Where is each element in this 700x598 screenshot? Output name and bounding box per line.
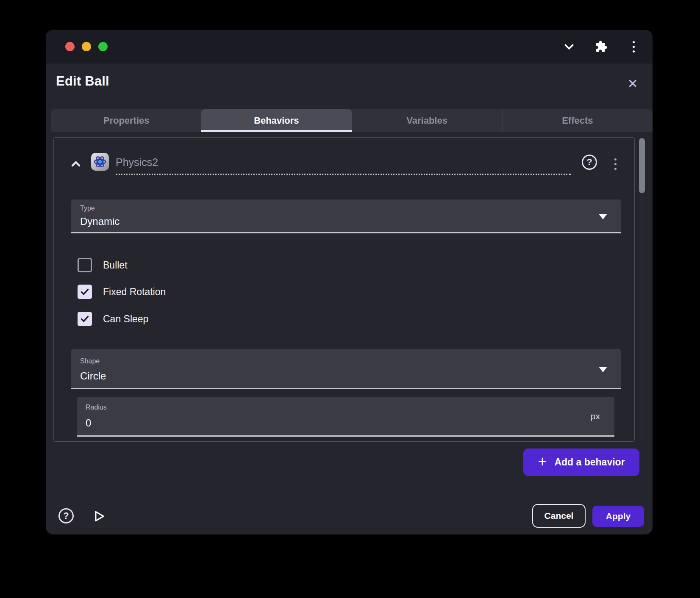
add-behavior-label: Add a behavior [554,457,625,468]
behavior-header: Physics2 ? [54,150,634,177]
behavior-name-field[interactable]: Physics2 [116,151,571,175]
radius-unit: px [591,411,600,421]
checkbox-checked-icon[interactable] [78,312,92,326]
tab-behaviors[interactable]: Behaviors [201,109,351,132]
radius-label: Radius [86,404,107,411]
apply-button[interactable]: Apply [592,506,644,527]
cancel-button[interactable]: Cancel [532,504,586,528]
collapse-chevron-up-icon[interactable] [68,156,83,172]
checkbox-row-fixed-rotation[interactable]: Fixed Rotation [78,284,166,299]
atom-physics-icon [91,153,109,171]
shape-value: Circle [80,370,106,382]
window-titlebar [46,30,653,64]
shape-select[interactable]: Shape Circle [71,349,621,389]
scrollbar-thumb[interactable] [639,138,645,193]
checkbox-label: Bullet [103,260,128,271]
help-icon[interactable]: ? [58,508,74,523]
minimize-traffic-light[interactable] [82,42,91,51]
play-preview-icon[interactable] [91,508,107,524]
checkbox-row-bullet[interactable]: Bullet [78,257,128,273]
checkbox-label: Can Sleep [103,313,148,325]
page-title: Edit Ball [56,74,109,89]
radius-value: 0 [86,417,91,429]
checkbox[interactable] [78,258,92,272]
tab-variables[interactable]: Variables [352,109,502,132]
behavior-name: Physics2 [116,156,158,168]
zoom-traffic-light[interactable] [98,42,108,51]
extension-puzzle-icon[interactable] [595,40,608,53]
scrollbar-track[interactable] [639,137,645,442]
type-select[interactable]: Type Dynamic [71,199,621,233]
close-icon[interactable]: ✕ [623,74,642,93]
checkbox-checked-icon[interactable] [78,285,92,299]
dropdown-caret-icon [599,367,607,372]
type-value: Dynamic [80,216,119,227]
chevron-down-icon[interactable] [563,40,575,53]
dropdown-caret-icon [599,214,607,219]
kebab-menu-icon[interactable] [627,40,640,53]
behaviors-panel: Physics2 ? Type Dynamic Bullet Fixed Rot… [53,137,635,442]
plus-icon: + [538,454,547,469]
tab-bar: PropertiesBehaviorsVariablesEffects [51,109,653,132]
behavior-help-icon[interactable]: ? [582,155,597,170]
behavior-options-kebab-icon[interactable] [609,156,622,172]
tab-properties[interactable]: Properties [51,109,201,132]
checkbox-row-can-sleep[interactable]: Can Sleep [78,311,148,327]
checkbox-label: Fixed Rotation [103,286,166,298]
traffic-lights [65,42,108,51]
close-traffic-light[interactable] [65,42,75,51]
tab-effects[interactable]: Effects [502,109,653,132]
type-label: Type [80,205,95,212]
radius-input[interactable]: Radius 0 px [77,397,614,437]
edit-object-dialog: Edit Ball ✕ PropertiesBehaviorsVariables… [46,30,653,534]
add-behavior-button[interactable]: + Add a behavior [523,448,639,476]
shape-label: Shape [80,357,100,365]
